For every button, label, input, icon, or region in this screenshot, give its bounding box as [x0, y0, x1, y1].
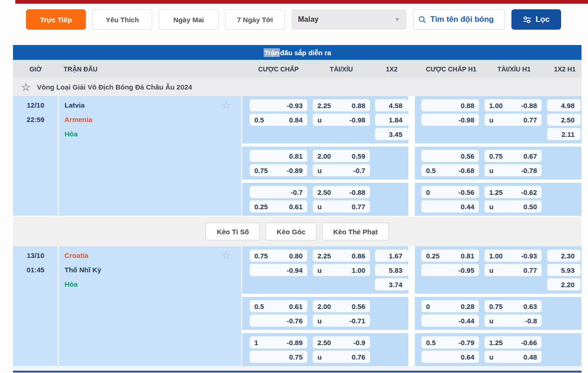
odds-cell-hdp[interactable]: -0.76	[250, 315, 307, 327]
odds-cell-ou1[interactable]: u-0.78	[485, 164, 542, 176]
odds-cell-hdp1[interactable]: -0.98	[421, 114, 479, 126]
odds-cell-ou[interactable]: 2.000.56	[313, 300, 370, 312]
odds-cell-x121[interactable]: 2.11	[547, 128, 581, 140]
column-header-1x2-h1: 1X2 H1	[548, 65, 582, 73]
odds-cell-hdp1[interactable]: 0.5-0.79	[421, 336, 479, 348]
odds-cell-hdp[interactable]: -0.94	[250, 264, 307, 276]
odds-cell-hdp1[interactable]: -0.95	[421, 264, 479, 276]
match-favorite-star-icon[interactable]: ☆	[221, 250, 231, 261]
odds-block: 0.50.612.000.56-0.76u-0.71	[242, 297, 408, 330]
odds-cell-ou[interactable]: u-0.71	[313, 315, 370, 327]
tab-tomorrow[interactable]: Ngày Mai	[159, 9, 219, 30]
odds-cell-x121[interactable]: 2.20	[547, 278, 581, 290]
odds-cell-ou1[interactable]: 0.750.67	[485, 150, 542, 162]
odds-cell-ou1[interactable]: u0.77	[485, 264, 542, 276]
odds-cell-hdp[interactable]: 0.75-0.89	[250, 164, 307, 176]
odds-cell-hdp1[interactable]: 0-0.56	[421, 186, 479, 198]
odds-cell-hdp[interactable]: 0.750.80	[250, 250, 307, 262]
card-odds-button[interactable]: Kèo Thẻ Phạt	[322, 223, 389, 240]
odds-cell-ou[interactable]: u0.77	[313, 200, 370, 212]
corner-odds-button[interactable]: Kèo Góc	[265, 223, 317, 240]
odds-value: -0.79	[459, 339, 474, 347]
odds-cell-ou1[interactable]: 0.750.63	[485, 300, 542, 312]
odds-cell-x121[interactable]: 2.30	[547, 250, 581, 262]
odds-cell-hdp1[interactable]: 00.28	[421, 300, 479, 312]
block-separator	[242, 143, 408, 147]
odds-cell-x12[interactable]: 5.83	[375, 264, 408, 276]
odds-row: 0.75u0.76	[242, 351, 408, 363]
odds-cell-ou[interactable]: u1.00	[313, 264, 370, 276]
odds-cell-ou1[interactable]: 1.00-0.93	[485, 250, 542, 262]
odds-cell-hdp1[interactable]: 0.44	[421, 200, 479, 212]
odds-row: 2.11	[415, 128, 582, 140]
odds-cell-hdp1[interactable]: 0.250.81	[421, 250, 479, 262]
column-header-over-under: TÀI/XỈU	[313, 65, 370, 73]
filter-button[interactable]: Lọc	[511, 9, 561, 30]
odds-cell-ou1[interactable]: 1.25-0.62	[485, 186, 542, 198]
odds-cell-ou1[interactable]: u0.77	[485, 114, 542, 126]
odds-value: -0.95	[459, 266, 474, 274]
tab-favorites[interactable]: Yêu Thích	[92, 9, 152, 30]
odds-value: 0.67	[523, 152, 537, 160]
odds-cell-hdp[interactable]: 0.81	[250, 150, 307, 162]
line-value: 0.75	[489, 302, 503, 310]
odds-cell-hdp1[interactable]: -0.44	[421, 315, 479, 327]
odds-cell-ou[interactable]: 2.50-0.9	[313, 336, 370, 348]
odds-cell-hdp[interactable]: 0.250.61	[250, 200, 307, 212]
odds-cell-x12[interactable]: 4.58	[375, 99, 408, 111]
match-favorite-star-icon[interactable]: ☆	[221, 100, 231, 111]
league-favorite-star-icon[interactable]: ☆	[21, 82, 31, 93]
search-input[interactable]	[430, 15, 500, 24]
odds-cell-ou1[interactable]: u0.48	[485, 351, 542, 363]
odds-cell-ou[interactable]: u-0.98	[313, 114, 370, 126]
odds-cell-hdp[interactable]: -0.93	[250, 99, 307, 111]
odds-value: -0.89	[287, 339, 303, 347]
odds-cell-x12[interactable]: 1.84	[375, 114, 408, 126]
tab-live[interactable]: Trực Tiếp	[26, 9, 86, 30]
line-value: 1.00	[489, 102, 503, 109]
odds-cell-hdp1[interactable]: 0.64	[421, 351, 479, 363]
odds-cell-hdp[interactable]: 0.75	[250, 351, 307, 363]
odds-cell-x12[interactable]: 3.74	[375, 278, 408, 290]
odds-cell-ou1[interactable]: u0.50	[485, 200, 542, 212]
odds-cell-x121[interactable]: 2.50	[547, 114, 581, 126]
odds-cell-hdp1[interactable]: 0.56	[421, 150, 479, 162]
correct-score-odds-button[interactable]: Kèo Tỉ Số	[206, 223, 260, 240]
odds-cell-ou[interactable]: 2.250.86	[313, 250, 370, 262]
line-value: 0	[426, 188, 430, 196]
odds-cell-hdp1[interactable]: 0.88	[421, 99, 479, 111]
match-date: 12/10	[13, 99, 58, 111]
odds-type-select[interactable]: Malay ▼	[291, 9, 407, 30]
odds-value: -0.8	[525, 317, 537, 325]
odds-cell-ou[interactable]: 2.000.59	[313, 150, 370, 162]
block-separator	[415, 143, 582, 147]
odds-cell-hdp[interactable]: -0.7	[250, 186, 307, 198]
odds-row: 3.74	[242, 278, 408, 290]
odds-cell-hdp[interactable]: 1-0.89	[250, 336, 307, 348]
tab-next-7-days[interactable]: 7 Ngày Tới	[225, 9, 285, 30]
odds-cell-ou[interactable]: 2.50-0.88	[313, 186, 370, 198]
odds-cell-x12[interactable]: 3.45	[375, 128, 408, 140]
odds-cell-x121[interactable]: 4.98	[547, 99, 581, 111]
odds-value: 0.77	[523, 116, 537, 124]
filter-label: Lọc	[536, 15, 549, 24]
line-value: u	[489, 116, 493, 124]
odds-cell-ou1[interactable]: 1.25-0.66	[485, 336, 542, 348]
odds-cell-ou1[interactable]: u-0.8	[485, 315, 542, 327]
odds-cell-ou[interactable]: 2.250.88	[313, 99, 370, 111]
odds-cell-ou[interactable]: u0.76	[313, 351, 370, 363]
odds-cell-x121[interactable]: 5.93	[547, 264, 581, 276]
odds-cell-hdp[interactable]: 0.50.84	[250, 114, 307, 126]
bottom-spacer	[13, 366, 582, 371]
odds-value: 0.81	[461, 252, 474, 260]
odds-cell-x12[interactable]: 1.67	[375, 250, 408, 262]
table-header-row: GIỜ TRẬN ĐẤU CƯỢC CHẤP TÀI/XỈU 1X2 CƯỢC …	[13, 60, 582, 78]
odds-area: -0.932.250.884.580.50.84u-0.981.843.450.…	[241, 96, 582, 216]
odds-cell-hdp1[interactable]: 0.5-0.68	[421, 164, 479, 176]
league-row[interactable]: ☆ Vòng Loại Giải Vô Địch Bóng Đá Châu Âu…	[13, 78, 582, 96]
odds-block: 0-0.561.25-0.620.44u0.50	[415, 183, 582, 216]
odds-cell-ou[interactable]: u-0.7	[313, 164, 370, 176]
odds-value: 0.75	[289, 353, 303, 361]
odds-cell-ou1[interactable]: 1.00-0.88	[485, 99, 542, 111]
odds-cell-hdp[interactable]: 0.50.61	[250, 300, 307, 312]
